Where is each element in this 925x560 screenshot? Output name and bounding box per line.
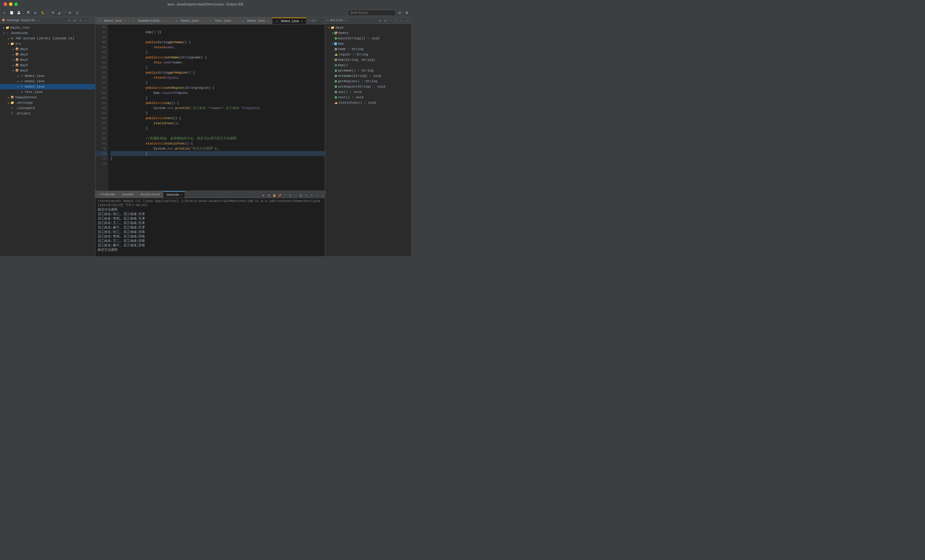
window-btn[interactable]: ◫: [74, 9, 80, 16]
scroll-lock-btn[interactable]: 🔒: [272, 193, 277, 198]
view-menu-console-btn[interactable]: ▾: [309, 193, 314, 198]
tab-console[interactable]: Console ✕: [163, 191, 185, 198]
outline-label: test() : void: [338, 96, 363, 99]
tree-item-Demo1[interactable]: ▶ J Demo1.java: [0, 73, 95, 79]
tab-declaration[interactable]: Declaration: [137, 191, 163, 198]
minimize-button[interactable]: [9, 2, 12, 6]
close-button[interactable]: [4, 2, 7, 6]
tree-item-Demo2[interactable]: ▶ J Demo2.java: [0, 79, 95, 84]
outline-day6[interactable]: ▼ 📁 day6: [325, 25, 411, 30]
outline-emp-ctor[interactable]: Emp(String, String): [325, 57, 411, 63]
outline-main[interactable]: main(String[]) : void: [325, 36, 411, 41]
tab-homework[interactable]: J HomeWork1020... ✕: [130, 18, 172, 24]
maximize-outline-btn[interactable]: □: [405, 18, 410, 23]
tab-close-demo1b[interactable]: ✕: [200, 20, 203, 23]
outline-staticFunc[interactable]: staticFunc() : void: [325, 100, 411, 105]
outline-say[interactable]: say() : void: [325, 89, 411, 95]
maximize-console-btn[interactable]: □: [320, 193, 325, 198]
search-btn[interactable]: 🔍: [25, 9, 32, 16]
maximize-button[interactable]: [14, 2, 18, 6]
tab-overflow[interactable]: ">30": [306, 18, 319, 24]
project-icon: ☕: [5, 31, 9, 35]
xml-icon: X: [10, 111, 14, 116]
maximize-panel-btn[interactable]: □: [89, 18, 93, 23]
perspective-icon-btn[interactable]: ⊟: [396, 9, 403, 16]
clear-btn[interactable]: 🗑: [267, 193, 271, 198]
tab-demo1[interactable]: J Demo1.java ✕: [95, 18, 130, 24]
quick-access-bar[interactable]: Quick Access: [348, 10, 396, 16]
java-tab-icon: J: [209, 19, 213, 23]
tab-close-test[interactable]: ✕: [232, 20, 236, 23]
tree-item-happyEStack[interactable]: ▶ 📦 happyEStack: [0, 95, 95, 100]
tab-demo3[interactable]: J Demo3.java ✕: [273, 18, 306, 24]
tree-item-Demo3[interactable]: ▼ J Demo3.java: [0, 84, 95, 89]
outline-label: setName(String) : void: [338, 74, 381, 78]
console-output-line-8: 员工姓名:麻子, 员工地域:济南: [98, 243, 322, 247]
filter-outline-btn[interactable]: ▽: [394, 18, 399, 23]
outline-setRegion[interactable]: setRegion(String) : void: [325, 84, 411, 89]
tree-item-Test[interactable]: J Test.java: [0, 89, 95, 95]
tree-item-project[interactable]: X .project: [0, 111, 95, 116]
line-68: 68: [95, 136, 108, 141]
view-menu-btn[interactable]: ▾: [78, 18, 83, 23]
tree-label: .classpath: [15, 106, 35, 110]
save-btn[interactable]: 💾: [15, 9, 22, 16]
tree-item-settings[interactable]: ▶ 📁 .settings: [0, 100, 95, 105]
title-bar: java - JavaStudy/src/day6/Demo3.java - E…: [0, 0, 411, 8]
arrow-day3: ▶: [12, 53, 15, 56]
outline-Demo3[interactable]: ▼ Demo3: [325, 30, 411, 36]
tree-item-day4[interactable]: ▶ 📦 day4: [0, 57, 95, 63]
clean-btn[interactable]: 🧹: [57, 9, 63, 16]
code-content[interactable]: Emp() {} public String getName() { retur…: [108, 24, 325, 191]
file-menu-btn[interactable]: ≡: [1, 9, 8, 16]
tab-demo1b[interactable]: J Demo1.java ✕: [172, 18, 206, 24]
tree-item-day01_test[interactable]: ▶ 📁 day01_test: [0, 25, 95, 30]
tree-item-day2[interactable]: ▶ 📦 day2: [0, 47, 95, 52]
run-btn[interactable]: ▶: [33, 9, 39, 16]
stop-btn[interactable]: ■: [261, 193, 266, 198]
link-editor-btn[interactable]: ⇄: [72, 18, 77, 23]
word-wrap-btn[interactable]: ↵: [304, 193, 309, 198]
tree-item-day5[interactable]: ▶ 📦 day5: [0, 63, 95, 68]
console-output-line-5: 员工姓名:张三, 员工地域:济南: [98, 230, 322, 234]
tree-item-src[interactable]: ▼ 📁 src: [0, 41, 95, 47]
tree-item-day3[interactable]: ▶ 📦 day3: [0, 52, 95, 57]
layout-btn[interactable]: ⊠: [404, 9, 410, 16]
next-page-btn[interactable]: ▶: [298, 193, 303, 198]
tab-javadoc[interactable]: Javadoc: [119, 191, 137, 198]
outline-emp-empty[interactable]: Emp(): [325, 63, 411, 68]
debug-btn[interactable]: 🐛: [40, 9, 46, 16]
tab-close-demo2[interactable]: ✕: [266, 20, 270, 23]
outline-getRegion[interactable]: getRegion() : String: [325, 79, 411, 84]
tab-close-demo3[interactable]: ✕: [300, 20, 304, 23]
sort-outline-btn[interactable]: ↕: [389, 18, 393, 23]
outline-test[interactable]: test() : void: [325, 95, 411, 100]
tab-problems[interactable]: ⚠ Problems: [95, 191, 119, 198]
perspective-btn[interactable]: ⊞: [66, 9, 73, 16]
pin-btn[interactable]: 📌: [277, 193, 282, 198]
build-btn[interactable]: ⚒: [50, 9, 56, 16]
collapse-all-btn[interactable]: ⊟: [67, 18, 72, 23]
new-console-btn[interactable]: +: [283, 193, 287, 198]
tree-item-jre[interactable]: ▶ ⚙ JRE System Library [JavaSE-11]: [0, 36, 95, 41]
outline-Emp[interactable]: ▼ C Emp: [325, 41, 411, 47]
collapse-all-outline-btn[interactable]: ⊟: [378, 18, 383, 23]
minimize-console-btn[interactable]: —: [315, 193, 319, 198]
open-console-btn[interactable]: ⬚: [293, 193, 298, 198]
outline-region[interactable]: region : String: [325, 52, 411, 57]
tab-test[interactable]: J Test.java ✕: [206, 18, 238, 24]
tree-item-classpath[interactable]: X .classpath: [0, 105, 95, 111]
display-btn[interactable]: ⊞: [288, 193, 293, 198]
outline-getName[interactable]: getName() : String: [325, 68, 411, 73]
tree-item-day6[interactable]: ▼ 📦 day6: [0, 68, 95, 73]
outline-name[interactable]: name : String: [325, 47, 411, 52]
tab-demo2[interactable]: J Demo2.java ✕: [238, 18, 273, 24]
tree-item-JavaStudy[interactable]: ▼ ☕ JavaStudy: [0, 30, 95, 36]
new-btn[interactable]: 📄: [8, 9, 15, 16]
tab-close-homework[interactable]: ✕: [166, 20, 170, 23]
minimize-panel-btn[interactable]: —: [83, 18, 88, 23]
tab-close-demo1[interactable]: ✕: [123, 20, 127, 23]
outline-setName[interactable]: setName(String) : void: [325, 73, 411, 79]
link-outline-btn[interactable]: ⇄: [383, 18, 388, 23]
minimize-outline-btn[interactable]: —: [399, 18, 404, 23]
